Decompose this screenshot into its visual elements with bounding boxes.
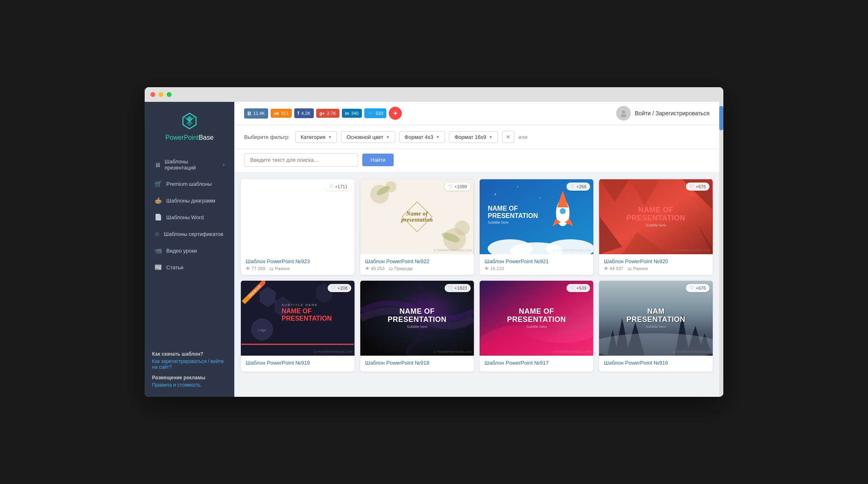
vk-button[interactable]: B 11.4K [244, 108, 268, 119]
register-link[interactable]: Как зарегистрироваться / войти на сайт? [152, 359, 227, 370]
user-area[interactable]: Войти / Зарегистрироваться [616, 106, 709, 121]
heart-icon: ♡ [570, 184, 575, 189]
card-923-views: 77 269 [246, 266, 265, 271]
card-918-info: Шаблон PowerPoint №918 [360, 356, 474, 372]
top-bar: B 11.4K ok 911 f 4.2K g+ 2.7K [234, 102, 719, 125]
monitor-icon: 🖥 [154, 161, 161, 168]
sidebar-item-charts[interactable]: 🥧 Шаблоны диаграмм [147, 192, 232, 209]
card-921-title[interactable]: Шаблон PowerPoint №921 [485, 258, 588, 264]
card-921-thumb[interactable]: NAME OFPRESENTATION Subtitle here ⊛ POWE… [480, 179, 593, 254]
fb-button[interactable]: f 4.2K [294, 108, 314, 118]
card-922-likes: ♡ +1099 [445, 183, 471, 191]
scrollbar[interactable] [719, 102, 723, 397]
card-920-category: Разное [628, 266, 648, 271]
template-grid: NAME OFPRESENTATION Subtitle here ⊛ POWE… [234, 173, 719, 378]
card-920-thumb[interactable]: NAME OFPRESENTATION Subtitle here ⊛ POWE… [599, 179, 713, 254]
sidebar-item-certs[interactable]: ☆ Шаблоны сертификатов [147, 226, 232, 242]
svg-text:Logo: Logo [258, 328, 266, 332]
format43-caret-icon: ▼ [436, 135, 440, 139]
maximize-dot[interactable] [167, 92, 172, 97]
gplus-button[interactable]: g+ 2.7K [316, 109, 339, 118]
clear-filter-button[interactable]: ✕ [502, 131, 514, 143]
color-filter[interactable]: Основной цвет ▼ [341, 131, 395, 143]
heart-icon: ♡ [690, 285, 694, 291]
card-918-title[interactable]: Шаблон PowerPoint №918 [365, 360, 469, 366]
heart-icon: ♡ [329, 184, 333, 189]
card-921: NAME OFPRESENTATION Subtitle here ⊛ POWE… [480, 179, 593, 275]
sidebar: PowerPointBase 🖥 Шаблоны презентаций › 🛒… [145, 102, 234, 397]
user-avatar [616, 106, 631, 121]
search-button[interactable]: Найти [362, 154, 394, 166]
video-icon: 📹 [154, 247, 162, 254]
card-919-info: Шаблон PowerPoint №919 [241, 356, 355, 372]
card-920-info: Шаблон PowerPoint №920 44 937 Разное [599, 254, 713, 275]
card-919-likes: ♡ +208 [328, 284, 351, 292]
card-922-thumb[interactable]: Name ofpresentation ⊛ POWERPOINTBASE.COM… [360, 179, 474, 254]
card-918-likes: ♡ +1823 [445, 284, 471, 292]
card-922-info: Шаблон PowerPoint №922 45 253 Природа [360, 254, 474, 275]
format169-caret-icon: ▼ [489, 135, 493, 139]
card-923-thumb[interactable]: NAME OFPRESENTATION Subtitle here ⊛ POWE… [241, 179, 355, 254]
card-920-title[interactable]: Шаблон PowerPoint №920 [604, 258, 708, 264]
card-922: Name ofpresentation ⊛ POWERPOINTBASE.COM… [360, 179, 474, 275]
scrollbar-thumb[interactable] [719, 106, 723, 130]
search-input[interactable] [244, 153, 358, 167]
search-row: Найти [234, 149, 719, 173]
card-921-views: 16 210 [485, 266, 504, 271]
fb-icon: f [297, 110, 299, 116]
linkedin-button[interactable]: in 340 [342, 109, 362, 118]
sidebar-item-video[interactable]: 📹 Видео уроки [147, 242, 232, 259]
card-918: NAME OFPRESENTATION Subtitle here ⊛ POWE… [360, 281, 474, 372]
browser-titlebar [145, 87, 723, 102]
minimize-dot[interactable] [159, 92, 163, 97]
svg-point-32 [540, 198, 541, 199]
card-920: NAME OFPRESENTATION Subtitle here ⊛ POWE… [599, 179, 713, 275]
linkedin-icon: in [345, 111, 349, 116]
ads-rules-link[interactable]: Правила и стоимость [152, 382, 227, 388]
card-916-thumb[interactable]: NAMPRESENTATION Subtitle here ⊛ POWERPOI… [599, 281, 713, 356]
sidebar-item-templates[interactable]: 🖥 Шаблоны презентаций › [147, 154, 232, 175]
add-social-button[interactable]: + [389, 107, 402, 120]
card-917-thumb[interactable]: NAME OFPRESENTATION Subtitle here ⊛ POWE… [480, 281, 593, 356]
category-filter[interactable]: Категория ▼ [295, 131, 337, 143]
sidebar-footer: Как скачать шаблон? Как зарегистрировать… [145, 345, 234, 389]
sidebar-item-articles[interactable]: 📰 Статьи [147, 259, 232, 275]
card-919-thumb[interactable]: Logo SUBTITLE HERE NAME OFPRESENTATION P… [241, 281, 355, 356]
ok-button[interactable]: ok 911 [271, 109, 292, 118]
ok-icon: ok [274, 111, 279, 116]
card-917: NAME OFPRESENTATION Subtitle here ⊛ POWE… [480, 281, 593, 372]
heart-icon: ♡ [690, 184, 694, 189]
svg-point-31 [517, 186, 518, 187]
heart-icon: ♡ [448, 285, 453, 291]
svg-point-0 [622, 110, 625, 114]
browser-body: PowerPointBase 🖥 Шаблоны презентаций › 🛒… [145, 102, 723, 397]
card-923: NAME OFPRESENTATION Subtitle here ⊛ POWE… [241, 179, 355, 275]
twitter-button[interactable]: 🐦 533 [364, 108, 386, 118]
color-caret-icon: ▼ [386, 135, 390, 139]
cart-icon: 🛒 [154, 180, 162, 187]
browser-window: PowerPointBase 🖥 Шаблоны презентаций › 🛒… [145, 87, 723, 397]
plus-icon: + [393, 109, 398, 118]
card-916-title[interactable]: Шаблон PowerPoint №916 [604, 360, 708, 366]
format169-filter[interactable]: Формат 16x9 ▼ [449, 131, 498, 143]
sidebar-item-premium[interactable]: 🛒 Premium шаблоны [147, 176, 232, 192]
card-923-title[interactable]: Шаблон PowerPoint №923 [246, 258, 350, 264]
card-919-title[interactable]: Шаблон PowerPoint №919 [246, 360, 350, 366]
x-icon: ✕ [506, 134, 511, 140]
close-dot[interactable] [150, 92, 155, 97]
newspaper-icon: 📰 [154, 264, 162, 271]
login-button[interactable]: Войти / Зарегистрироваться [635, 110, 709, 117]
card-918-thumb[interactable]: NAME OFPRESENTATION Subtitle here ⊛ POWE… [360, 281, 474, 356]
card-916: NAMPRESENTATION Subtitle here ⊛ POWERPOI… [599, 281, 713, 372]
card-922-title[interactable]: Шаблон PowerPoint №922 [365, 258, 469, 264]
sidebar-item-word[interactable]: 📄 Шаблоны Word [147, 209, 232, 225]
card-917-title[interactable]: Шаблон PowerPoint №917 [485, 360, 588, 366]
svg-point-1 [621, 114, 626, 117]
card-923-category: Разное [269, 266, 290, 271]
card-917-likes: ♡ +539 [566, 284, 590, 292]
svg-point-30 [494, 194, 496, 195]
heart-icon: ♡ [570, 285, 575, 291]
chart-icon: 🥧 [154, 197, 162, 204]
star-icon: ☆ [154, 230, 160, 238]
format43-filter[interactable]: Формат 4x3 ▼ [399, 131, 445, 143]
